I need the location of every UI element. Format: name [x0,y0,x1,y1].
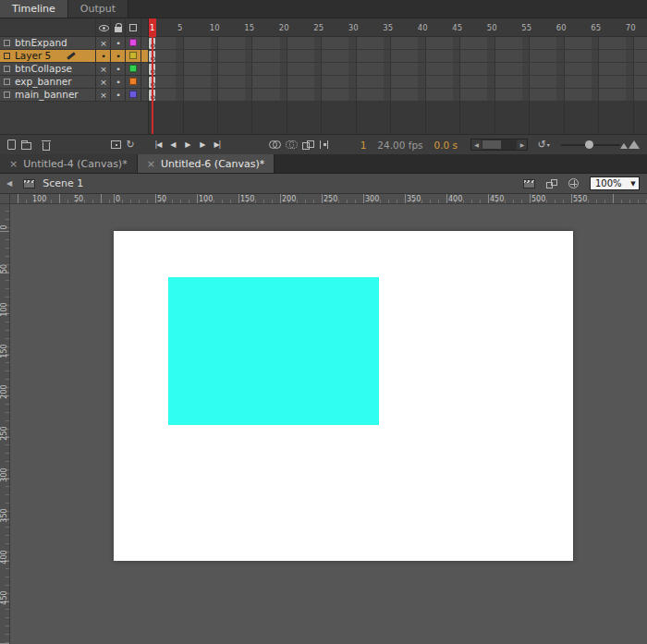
show-hide-all-layers-button[interactable] [96,18,111,37]
go-to-last-frame-button[interactable]: ▶| [210,137,225,153]
cyan-rectangle[interactable] [168,277,379,425]
vertical-ruler[interactable]: 050100150200250300350400450 [0,204,10,644]
scroll-right-icon[interactable]: ▶ [517,140,527,150]
play-button[interactable]: ▶ [180,137,195,153]
go-to-first-frame-button[interactable]: |◀ [151,137,165,153]
new-folder-button[interactable] [19,137,34,153]
loop-playback-button[interactable]: ↻ [123,137,138,153]
panel-tab-timeline[interactable]: Timeline [0,0,68,18]
edit-scene-button[interactable] [523,179,535,188]
timeline-frames-area[interactable]: 1510152025303540455055606570 [148,18,647,134]
onion-skin-outlines-button[interactable] [284,137,299,153]
modify-markers-button[interactable] [317,137,332,153]
timeline-scrollbar[interactable]: ◀ ▶ [470,139,528,151]
playback-controls: |◀◀▶▶▶| [151,137,225,153]
layer-row-exp_banner[interactable]: exp_banner×• [0,76,148,89]
frame-row-main_banner[interactable] [149,89,647,102]
document-tab-1[interactable]: ×Untitled-4 (Canvas)* [0,154,138,173]
reset-timeline-zoom-button[interactable]: ↺ ▾ [537,139,549,151]
ruler-label-h: 500 [531,195,545,203]
step-back-button[interactable]: ◀ [165,137,180,153]
timeline-zoom-slider[interactable] [561,139,620,151]
layer-color-chip [129,52,137,59]
lock-icon [115,27,122,32]
layer-outline-toggle[interactable] [126,89,140,102]
scroll-left-icon[interactable]: ◀ [471,140,482,150]
layer-row-main_banner[interactable]: main_banner×• [0,89,148,102]
layer-name: Layer 5 [15,50,51,62]
layer-name: btnExpand [15,37,67,49]
layer-outline-toggle[interactable] [126,76,140,89]
outline-icon [129,24,137,31]
ruler-label-h: 400 [448,195,462,203]
layer-visibility-toggle[interactable]: × [96,76,111,89]
eye-icon [99,25,109,31]
outline-all-layers-button[interactable] [126,18,140,37]
edit-multiple-frames-button[interactable] [300,137,315,153]
zoom-slider-thumb[interactable] [585,140,593,149]
zoom-level-dropdown[interactable]: 100% ▼ [590,176,640,190]
center-frame-button[interactable] [109,137,124,153]
layer-name: exp_banner [15,76,72,88]
edit-symbols-button[interactable] [546,179,557,188]
ruler-label-h: 250 [324,195,337,203]
lock-all-layers-button[interactable] [111,18,126,37]
back-arrow-icon[interactable]: ◀ [6,179,12,188]
layer-lock-toggle[interactable]: • [111,37,126,50]
modify-markers-icon [320,140,328,149]
layer-visibility-toggle[interactable]: × [96,89,111,102]
frame-number: 70 [626,23,636,32]
panel-tab-output[interactable]: Output [68,0,128,18]
layer-visibility-toggle[interactable]: • [96,50,111,63]
frame-rate-indicator[interactable]: 24.00 fps [377,140,422,151]
layer-visibility-toggle[interactable]: × [96,63,111,76]
close-tab-icon[interactable]: × [147,159,155,169]
layer-name: main_banner [15,89,79,101]
playhead-line [152,37,153,134]
ruler-label-h: 50 [157,195,166,203]
layer-lock-toggle[interactable]: • [111,76,126,89]
frame-number: 55 [521,23,531,32]
frame-row-layer-5[interactable] [149,50,647,63]
center-stage-button[interactable] [568,178,579,188]
ruler-label-v: 350 [0,506,9,525]
layer-lock-toggle[interactable]: • [111,50,126,63]
layer-name: btnCollapse [15,63,72,75]
timeline-frames-header[interactable]: 1510152025303540455055606570 [149,18,647,37]
layer-type-icon [4,66,10,72]
scene-clapperboard-icon [23,179,35,188]
step-forward-button[interactable]: ▶ [195,137,210,153]
layer-outline-toggle[interactable] [126,50,140,63]
frame-number: 15 [244,23,254,32]
frame-row-btnexpand[interactable] [149,37,647,50]
layer-outline-toggle[interactable] [126,63,140,76]
frame-number: 20 [279,23,289,32]
frame-row-exp_banner[interactable] [149,76,647,89]
ruler-label-h: 0 [116,195,120,203]
layer-type-icon [4,40,10,46]
document-tab-2[interactable]: ×Untitled-6 (Canvas)* [138,154,275,173]
pasteboard[interactable] [10,204,647,644]
frame-number: 25 [313,23,324,32]
layer-lock-toggle[interactable]: • [111,89,126,102]
layer-row-btncollapse[interactable]: btnCollapse×• [0,63,148,76]
onion-skin-button[interactable] [267,137,282,153]
frame-number: 35 [383,23,393,32]
frame-number: 45 [452,23,462,32]
close-tab-icon[interactable]: × [9,159,18,169]
scrollbar-thumb[interactable] [482,140,501,149]
loop-icon: ↻ [126,140,134,150]
layer-row-btnexpand[interactable]: btnExpand×• [0,37,148,50]
scrollbar-track[interactable] [482,140,517,150]
layer-type-icon [4,53,10,59]
delete-layer-button[interactable] [39,137,54,153]
layer-outline-toggle[interactable] [126,37,140,50]
stage[interactable] [114,231,573,561]
new-layer-button[interactable] [5,137,19,153]
horizontal-ruler[interactable]: 10050050100150200250300350400450500550 [10,194,647,204]
frame-row-btncollapse[interactable] [149,63,647,76]
layer-lock-toggle[interactable]: • [111,63,126,76]
layer-row-layer-5[interactable]: Layer 5•• [0,50,148,63]
layer-visibility-toggle[interactable]: × [96,37,111,50]
timeline-zoom-presets[interactable] [620,140,640,149]
